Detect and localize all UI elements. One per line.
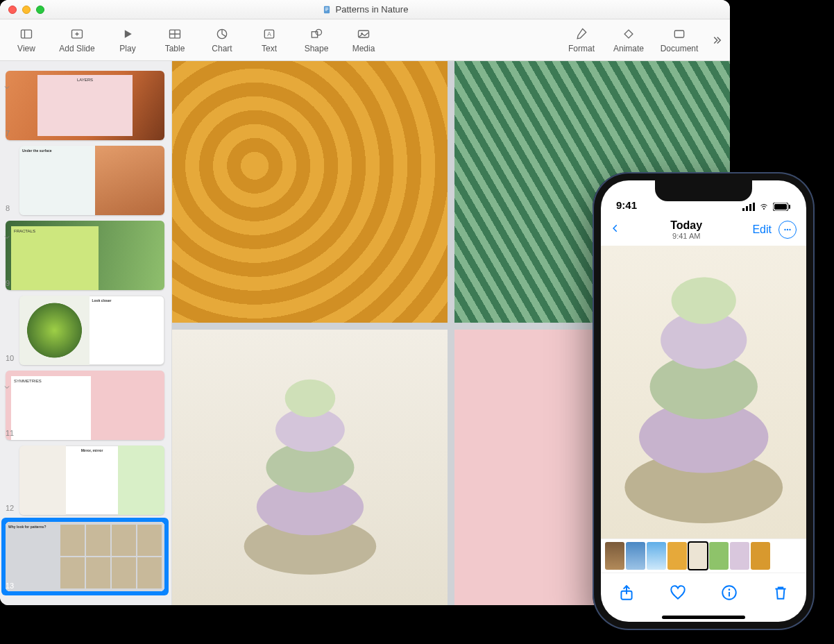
canvas-photo-urchin-stack[interactable] xyxy=(172,330,448,605)
play-icon xyxy=(121,27,135,41)
media-label: Media xyxy=(352,44,375,53)
minimize-window-button[interactable] xyxy=(22,6,31,14)
more-button[interactable] xyxy=(778,221,797,239)
canvas-photo-honeycomb[interactable] xyxy=(172,61,448,323)
navbar-title: Today xyxy=(620,219,752,232)
slide-thumbnail-13[interactable]: 13 Why look for patterns? xyxy=(1,518,169,595)
text-icon: A xyxy=(262,27,276,41)
svg-rect-21 xyxy=(674,31,683,37)
slide-thumbnail-11[interactable]: 11 SYMMETRIES xyxy=(1,368,169,443)
chevron-down-icon[interactable] xyxy=(3,233,11,242)
svg-point-47 xyxy=(729,588,731,591)
slide-navigator[interactable]: 7 LAYERS 8 Under the surface 9 FRACTALS … xyxy=(0,61,172,605)
play-button[interactable]: Play xyxy=(104,19,151,60)
sea-urchin-illustration xyxy=(214,357,407,578)
chevron-down-icon[interactable] xyxy=(3,83,11,92)
svg-point-33 xyxy=(763,209,765,210)
chart-label: Chart xyxy=(212,44,232,53)
slide-number: 13 xyxy=(6,582,14,590)
chart-button[interactable]: Chart xyxy=(198,19,246,60)
thumb-shells-selected[interactable] xyxy=(688,542,708,570)
table-button[interactable]: Table xyxy=(151,19,198,60)
add-slide-button[interactable]: Add Slide xyxy=(50,19,104,60)
photo-sea-urchin-stack xyxy=(613,257,794,527)
svg-rect-29 xyxy=(742,208,744,211)
thumb-urchin[interactable] xyxy=(730,542,749,570)
media-icon xyxy=(357,27,371,41)
format-label: Format xyxy=(568,44,595,53)
home-indicator[interactable] xyxy=(601,612,806,622)
slide-thumbnail-9[interactable]: 9 FRACTALS xyxy=(1,218,169,293)
shape-label: Shape xyxy=(305,44,329,53)
info-circle-icon[interactable] xyxy=(720,584,738,602)
slide-thumbnail-12[interactable]: 12 Mirror, mirror xyxy=(1,443,169,518)
svg-rect-30 xyxy=(746,206,748,211)
toolbar-overflow-button[interactable] xyxy=(706,34,727,46)
view-label: View xyxy=(17,44,35,53)
edit-button[interactable]: Edit xyxy=(752,223,772,236)
heart-icon[interactable] xyxy=(669,584,687,602)
back-button[interactable] xyxy=(611,221,620,238)
svg-rect-2 xyxy=(325,8,328,9)
svg-point-38 xyxy=(787,229,788,230)
ellipsis-icon xyxy=(783,225,792,235)
battery-icon xyxy=(773,203,791,211)
media-button[interactable]: Media xyxy=(340,19,387,60)
slide-thumbnail-7[interactable]: 7 LAYERS xyxy=(1,68,169,143)
shape-button[interactable]: Shape xyxy=(293,19,340,60)
photo-viewer[interactable] xyxy=(601,246,806,539)
traffic-lights xyxy=(8,6,44,14)
photo-thumbnail-strip[interactable] xyxy=(601,539,806,573)
photos-navbar: Today 9:41 AM Edit xyxy=(601,214,806,246)
slide-number: 8 xyxy=(6,204,10,212)
document-label: Document xyxy=(661,44,699,53)
play-label: Play xyxy=(119,44,135,53)
svg-rect-0 xyxy=(324,6,330,13)
thumb-sky[interactable] xyxy=(647,542,666,570)
chevron-left-icon xyxy=(611,221,620,235)
close-window-button[interactable] xyxy=(8,6,17,14)
slide-thumbnail-10[interactable]: 10 Look closer xyxy=(1,293,169,368)
svg-point-17 xyxy=(316,29,321,35)
signal-icon xyxy=(742,203,755,211)
zoom-window-button[interactable] xyxy=(36,6,44,14)
animate-button[interactable]: Animate xyxy=(605,19,652,60)
document-button[interactable]: Document xyxy=(652,19,706,60)
thumb-title: FRACTALS xyxy=(11,226,99,290)
svg-marker-9 xyxy=(125,30,132,38)
svg-point-26 xyxy=(284,379,335,416)
view-button[interactable]: View xyxy=(3,19,50,60)
chevron-down-icon[interactable] xyxy=(3,383,11,391)
share-icon[interactable] xyxy=(618,584,636,602)
slide-number: 7 xyxy=(6,129,10,137)
slide-thumbnail-8[interactable]: 8 Under the surface xyxy=(1,143,169,218)
format-button[interactable]: Format xyxy=(558,19,605,60)
text-label: Text xyxy=(262,44,277,53)
iphone-notch xyxy=(655,180,752,201)
svg-rect-20 xyxy=(624,30,633,38)
svg-point-37 xyxy=(784,229,785,230)
window-title: Patterns in Nature xyxy=(0,4,730,15)
slide-number: 9 xyxy=(6,279,10,287)
thumb-title: Mirror, mirror xyxy=(81,448,103,452)
thumb-title: LAYERS xyxy=(37,75,133,136)
iphone-device: 9:41 Today 9:41 AM Edit xyxy=(593,172,815,630)
photos-toolbar xyxy=(601,573,806,612)
thumb-rock[interactable] xyxy=(605,542,624,570)
text-button[interactable]: A Text xyxy=(246,19,293,60)
svg-rect-35 xyxy=(774,204,787,210)
thumb-honey[interactable] xyxy=(667,542,687,570)
sidebar-icon xyxy=(19,27,33,41)
navbar-title-group: Today 9:41 AM xyxy=(620,219,752,240)
svg-rect-1 xyxy=(325,8,328,8)
chevrons-right-icon xyxy=(710,34,723,46)
thumb-bee[interactable] xyxy=(751,542,770,570)
trash-icon[interactable] xyxy=(772,584,790,602)
toolbar: View Add Slide Play Table Chart A Text S… xyxy=(0,19,730,61)
iphone-screen: 9:41 Today 9:41 AM Edit xyxy=(601,180,806,622)
thumb-title: Look closer xyxy=(92,298,112,303)
thumb-leaf[interactable] xyxy=(709,542,729,570)
status-time: 9:41 xyxy=(616,199,637,211)
thumb-coast[interactable] xyxy=(626,542,645,570)
svg-rect-32 xyxy=(753,203,755,211)
